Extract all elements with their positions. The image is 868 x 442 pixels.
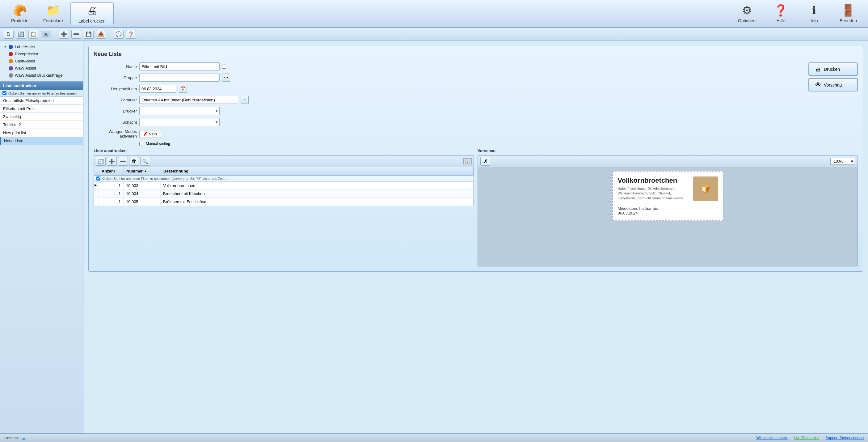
- form-row-name: Name: [94, 62, 802, 70]
- list-add-btn[interactable]: ➕: [107, 157, 117, 166]
- sidebar-item-new-print[interactable]: New print list: [0, 129, 83, 137]
- filter-row: Klicken Sie hier um einen Filter zu best…: [94, 176, 473, 182]
- schacht-select[interactable]: [139, 118, 220, 126]
- support-link[interactable]: Support Screenconnect: [826, 436, 864, 440]
- bottom-right: Vorschau ✗ 50% 75% 100%: [477, 148, 858, 266]
- toolbar-produkte[interactable]: 🥐 Produkte: [4, 2, 36, 25]
- waagen-nein-btn[interactable]: ✗ Nein: [139, 130, 161, 138]
- sidebar-item-testliste[interactable]: Testliste 2: [0, 121, 83, 129]
- drucker-select[interactable]: [139, 107, 220, 115]
- toolbar-optionen[interactable]: ⚙ Optionen: [731, 2, 763, 25]
- expand-icon: ▼: [4, 45, 7, 49]
- livechat-link[interactable]: LiveChat online: [794, 436, 819, 440]
- formular-browse-btn[interactable]: ⋯: [241, 96, 249, 104]
- preview-toolbar: ✗: [480, 157, 490, 166]
- manual-sort-row: Manual sorting: [139, 142, 802, 146]
- th-bezeichnung[interactable]: Bezeichnung: [161, 167, 473, 175]
- sidebar-tree-item-wawi-druck[interactable]: WaWiAssist Druckaufträge: [0, 72, 83, 79]
- list-section-label: Liste ausdrucken: [94, 148, 474, 153]
- preview-product-title: Vollkornbroetchen: [618, 176, 690, 184]
- table-row[interactable]: 1 10.004 Broetchen mit Kirschen: [94, 190, 473, 198]
- formular-label: Formular: [94, 98, 137, 102]
- row-anzahl: 1: [99, 190, 124, 198]
- sidebar-item-preis[interactable]: Etiketten mit Preis: [0, 105, 83, 113]
- sort-asc-icon: ▲: [144, 169, 147, 173]
- sidebar-item-neue-liste[interactable]: Neue Liste: [0, 137, 83, 145]
- info-icon: ℹ: [812, 4, 816, 17]
- row-bezeichnung: Brötchen mit Frischkäse: [161, 198, 473, 206]
- dot-blue-icon: [9, 45, 13, 49]
- preview-text-col: Vollkornbroetchen Hafer, frisch Honig, D…: [618, 176, 690, 201]
- content-area: Neue Liste Name Gruppe ⋯: [84, 41, 868, 433]
- sidebar-tree-item-wawi-assist[interactable]: WaWiAssist: [0, 65, 83, 72]
- sec-save-btn[interactable]: 💾: [84, 30, 94, 39]
- row-arrow: [94, 190, 99, 198]
- sidebar-tree-item-cash-assist[interactable]: CashAssist: [0, 58, 83, 65]
- wissensdatenbank-link[interactable]: Wissensdatenbank: [756, 436, 787, 440]
- sidebar-tree-item-label-assist[interactable]: ▼ LabelAssist: [0, 43, 83, 50]
- sec-remove-btn[interactable]: ➖: [71, 30, 81, 39]
- sec-comment-btn[interactable]: 💬: [114, 30, 124, 39]
- name-input[interactable]: [139, 62, 220, 70]
- drucken-button[interactable]: 🖨 Drucken: [808, 62, 858, 76]
- list-refresh-btn[interactable]: 🔄: [96, 157, 106, 166]
- form-row-drucker: Drucker ▼: [94, 107, 802, 115]
- form-row-waagen: Waagen-Modus aktivieren ✗ Nein: [94, 129, 802, 139]
- toolbar-produkte-label: Produkte: [11, 18, 28, 23]
- main-layout: ▼ LabelAssist RezeptAssist CashAssist Wa…: [0, 41, 868, 433]
- list-delete-btn[interactable]: 🗑: [129, 157, 139, 166]
- gruppe-input[interactable]: [139, 73, 220, 82]
- toolbar-beenden[interactable]: 🚪 Beenden: [832, 2, 864, 25]
- hergestellt-input[interactable]: [139, 85, 176, 93]
- list-remove-btn[interactable]: ➖: [118, 157, 128, 166]
- sec-add-btn[interactable]: ➕: [59, 30, 69, 39]
- sidebar-item-fleisch[interactable]: Gesamtliste Fleischprodukte: [0, 97, 83, 105]
- sidebar: ▼ LabelAssist RezeptAssist CashAssist Wa…: [0, 41, 84, 433]
- row-arrow: [94, 198, 99, 206]
- gruppe-browse-btn[interactable]: ⋯: [222, 73, 230, 82]
- sidebar-filter-checkbox[interactable]: [2, 91, 6, 95]
- toolbar-info-label: Info: [810, 18, 818, 23]
- toolbar-label-drucken[interactable]: 🖨 Label drucken: [70, 2, 114, 25]
- sec-copy-btn[interactable]: 📋: [28, 30, 38, 39]
- sec-help-btn[interactable]: ❓: [126, 30, 136, 39]
- table-row[interactable]: 1 10.005 Brötchen mit Frischkäse: [94, 198, 473, 206]
- name-checkbox[interactable]: [222, 65, 226, 69]
- sec-refresh-btn[interactable]: 🔄: [16, 30, 26, 39]
- sec-import-btn[interactable]: 📥: [96, 30, 106, 39]
- status-right: Wissensdatenbank LiveChat online Support…: [756, 436, 864, 440]
- vorschau-button[interactable]: 👁 Vorschau: [808, 78, 858, 91]
- th-anzahl[interactable]: Anzahl: [99, 167, 124, 175]
- sidebar-tree-item-rezept-assist[interactable]: RezeptAssist: [0, 50, 83, 58]
- top-toolbar: 🥐 Produkte 📁 Formulare 🖨 Label drucken ⚙…: [0, 0, 868, 28]
- hergestellt-label: Hergestellt am: [94, 87, 137, 91]
- formular-input[interactable]: [139, 96, 238, 104]
- sidebar-filter-hint[interactable]: Klicken Sie hier um einen Filter zu best…: [0, 90, 83, 97]
- toolbar-formulare[interactable]: 📁 Formulare: [36, 2, 70, 25]
- sec-new-btn[interactable]: 🗋: [4, 30, 13, 39]
- toolbar-info[interactable]: ℹ Info: [799, 2, 830, 25]
- form-row-formular: Formular ⋯: [94, 96, 802, 104]
- preview-close-btn[interactable]: ✗: [480, 157, 490, 166]
- dot-red-icon: [9, 52, 13, 56]
- drucker-label: Drucker: [94, 109, 137, 113]
- dot-gray-icon: [9, 73, 13, 78]
- produkte-icon: 🥐: [13, 4, 27, 17]
- preview-icon: 👁: [815, 81, 822, 88]
- manual-sort-checkbox[interactable]: [139, 142, 143, 146]
- form-row-hergestellt: Hergestellt am 📅: [94, 85, 802, 93]
- print-icon: 🖨: [815, 65, 822, 72]
- table-row[interactable]: ▶ 1 10.003 Vollkornbroetchen: [94, 182, 473, 190]
- sidebar-item-zweiseitig[interactable]: Zweiseitig: [0, 113, 83, 121]
- optionen-icon: ⚙: [742, 4, 752, 17]
- manual-sort-label: Manual sorting: [146, 142, 170, 146]
- filter-checkbox[interactable]: [96, 176, 100, 180]
- th-nummer[interactable]: Nummer ▲: [124, 167, 161, 175]
- dot-orange-icon: [9, 59, 13, 63]
- calendar-btn[interactable]: 📅: [179, 85, 187, 93]
- toolbar-hilfe[interactable]: ❓ Hilfe: [766, 2, 796, 25]
- list-filter-btn[interactable]: 🔍: [140, 157, 150, 166]
- row-arrow: ▶: [94, 182, 99, 189]
- zoom-select[interactable]: 50% 75% 100% 125% 150%: [830, 158, 855, 165]
- table-header: Anzahl Nummer ▲ Bezeichnung: [94, 167, 473, 176]
